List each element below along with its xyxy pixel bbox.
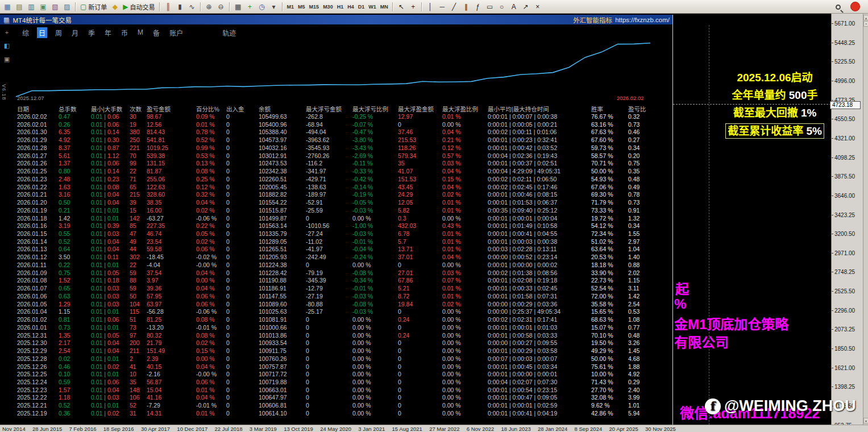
tab-year[interactable]: 年	[103, 27, 113, 38]
price-tick-label: 2296.00	[834, 308, 855, 314]
time-axis-label: 18 Jun 2023	[501, 426, 531, 432]
arrow-tool-icon[interactable]: ↗	[520, 1, 531, 13]
price-tick-label: 5448.25	[834, 40, 855, 46]
tab-magic[interactable]: M	[136, 28, 145, 37]
tab-trajectory[interactable]: 轨迹	[221, 27, 238, 38]
brand-text: 外汇智能指标	[573, 15, 612, 24]
equity-curve-chart	[14, 38, 654, 101]
toolbar-separator	[392, 2, 393, 11]
table-row: 2025.12.260.460.01 | 0.024140.150.04 %01…	[17, 363, 661, 371]
table-row: 2026.01.070.650.01 | 0.035939.360.04 %01…	[17, 285, 661, 293]
price-tick-label: 4321.00	[834, 135, 855, 142]
shapes-icon[interactable]: ▭	[484, 1, 496, 13]
bar-chart-icon[interactable]: ║	[163, 1, 174, 13]
timeframe-h1-button[interactable]: H1	[335, 2, 346, 12]
timeframe-m1-button[interactable]: M1	[285, 2, 296, 12]
stats-table: 日期总手数最小|大手数次数盈亏金额百分比%出入金余额最大浮亏金额最大浮亏比例最大…	[17, 106, 661, 418]
scroll-down-button[interactable]: ▾	[863, 418, 868, 423]
time-axis: Nov 201428 Jun 20157 Feb 201618 Sep 2016…	[0, 425, 868, 432]
zoom-in-icon[interactable]: ⊕	[203, 1, 215, 13]
ellipse-icon[interactable]: ○	[496, 1, 508, 13]
window-border-line	[672, 15, 673, 425]
metaeditor-icon[interactable]: ◆	[109, 1, 121, 13]
chart-profiles-icon[interactable]: ▤	[14, 1, 25, 13]
timeframe-m15-button[interactable]: M15	[308, 2, 321, 12]
tab-day[interactable]: 日	[37, 27, 47, 38]
table-row: 2026.01.081.520.01 | 0.18883.970.00 %010…	[17, 277, 661, 285]
horizontal-line-icon[interactable]: ─	[437, 1, 448, 13]
table-row: 2026.01.140.520.01 | 0.044923.540.02 %01…	[17, 238, 661, 246]
autotrading-button[interactable]: ▶自动交易	[121, 1, 156, 13]
annotation-line: 2025.12.06启动	[715, 70, 834, 85]
column-header: 最大浮亏金额	[306, 106, 352, 113]
new-order-button[interactable]: ▢新订单	[78, 1, 109, 13]
timeframe-d1-button[interactable]: D1	[356, 2, 367, 12]
timeframe-m5-button[interactable]: M5	[296, 2, 307, 12]
price-tick-label: 3875.50	[834, 173, 855, 180]
tab-month[interactable]: 月	[70, 27, 80, 38]
timeframe-mn-button[interactable]: MN	[379, 2, 390, 12]
toolbar-separator	[159, 2, 160, 11]
templates-icon[interactable]: ▾	[268, 1, 280, 13]
table-row: 2025.12.280.020.01 | 0.0122.390.00 %0100…	[17, 355, 661, 363]
table-row: 2026.01.163.190.01 | 0.3985227.350.22 %0…	[17, 222, 661, 230]
notification-badge[interactable]	[850, 2, 860, 11]
table-row: 2026.01.261.370.01 | 0.0699131.150.13 %0…	[17, 160, 661, 168]
search-icon[interactable]	[832, 2, 844, 13]
column-header: 余额	[259, 106, 306, 113]
tab-account[interactable]: 账户	[168, 27, 185, 38]
table-row: 2026.01.190.210.01 | 0.011516.000.02 %01…	[17, 207, 661, 215]
toolbar-separator	[421, 2, 422, 11]
candlestick-icon[interactable]: ▮	[175, 1, 186, 13]
toolbar-separator	[75, 2, 76, 11]
crosshair-icon[interactable]: +	[408, 1, 419, 13]
move-tool-icon[interactable]: +	[2, 27, 12, 37]
vertical-line-icon[interactable]: │	[425, 1, 436, 13]
tab-note[interactable]: 备	[151, 27, 161, 38]
tab-summary[interactable]: 综	[20, 27, 31, 38]
channel-icon[interactable]: ∥	[460, 1, 472, 13]
time-axis-label: 3 Jan 2021	[358, 426, 385, 432]
tab-currency[interactable]: 币	[119, 27, 130, 38]
time-axis-label: 30 Nov 2025	[645, 426, 676, 432]
time-axis-label: 15 Aug 2021	[392, 426, 422, 432]
tab-week[interactable]: 周	[53, 27, 64, 38]
window-title: MT4统计每一笔交易	[13, 15, 72, 24]
periods-icon[interactable]: ◷	[256, 1, 268, 13]
brand-link[interactable]: https://fxznzb.com/	[615, 16, 670, 23]
timeframe-m30-button[interactable]: M30	[321, 2, 335, 12]
column-header: 日期	[17, 106, 59, 113]
toolbar-separator	[229, 2, 230, 11]
vertical-scrollbar[interactable]: ▴ ▪ ▾	[863, 14, 868, 425]
delete-object-icon[interactable]: ×	[532, 1, 543, 13]
tab-quarter[interactable]: 季	[86, 27, 97, 38]
price-tick-label: 2073.25	[834, 326, 855, 333]
new-chart-icon[interactable]: ▦	[2, 1, 13, 13]
table-row: 2026.02.010.260.01 | 0.061912.560.01 %01…	[17, 121, 661, 129]
tile-windows-icon[interactable]: ▦	[232, 1, 244, 13]
annotation-line: 截至最大回撤 1%	[715, 106, 834, 120]
chart-mini-icon[interactable]: ▥	[2, 16, 12, 26]
scroll-thumb[interactable]: ▪	[863, 21, 868, 27]
table-row: 2026.01.250.800.01 | 0.142281.870.08 %01…	[17, 168, 661, 176]
timeframe-h4-button[interactable]: H4	[346, 2, 356, 12]
fibonacci-icon[interactable]: ƒ	[472, 1, 484, 13]
text-label-icon[interactable]: A	[508, 1, 520, 13]
line-chart-icon[interactable]: ∿	[186, 1, 198, 13]
market-watch-icon[interactable]: ▥	[26, 1, 37, 13]
time-axis-label: Nov 2014	[2, 426, 26, 432]
scroll-up-button[interactable]: ▴	[863, 15, 868, 20]
indicator-window-icon[interactable]: ◧	[2, 41, 12, 51]
terminal-icon[interactable]: ▨	[61, 1, 73, 13]
cursor-icon[interactable]: ↖	[396, 1, 407, 13]
navigator-icon[interactable]: ▧	[49, 1, 61, 13]
price-tick-label: 5671.00	[834, 20, 855, 27]
zoom-out-icon[interactable]: ⊖	[215, 1, 227, 13]
panel-icon[interactable]: ▣	[2, 55, 12, 64]
table-row: 2026.01.130.640.01 | 0.044459.580.06 %01…	[17, 246, 661, 254]
indicators-icon[interactable]: +	[244, 1, 256, 13]
trendline-icon[interactable]: ╱	[448, 1, 460, 13]
timeframe-w1-button[interactable]: W1	[367, 2, 378, 12]
table-row: 2025.12.190.360.01 | 0.023114.310.01 %01…	[17, 410, 661, 418]
data-window-icon[interactable]: ▣	[38, 1, 49, 13]
